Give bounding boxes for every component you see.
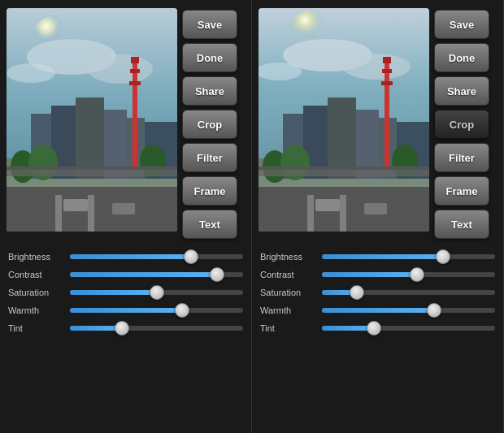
right-saturation-label: Saturation <box>260 288 315 297</box>
svg-rect-51 <box>364 203 387 214</box>
right-warmth-row: Warmth <box>260 305 495 315</box>
left-contrast-label: Contrast <box>8 270 63 279</box>
svg-point-3 <box>88 54 153 84</box>
svg-rect-23 <box>63 199 88 211</box>
left-buttons-col: Save Done Share Crop Filter Frame Text <box>182 8 237 239</box>
left-warmth-row: Warmth <box>8 305 243 315</box>
right-tint-row: Tint <box>260 323 495 333</box>
left-brightness-label: Brightness <box>8 252 63 262</box>
left-panel: Save Done Share Crop Filter Frame Text B… <box>0 0 252 433</box>
right-save-button[interactable]: Save <box>434 10 489 39</box>
svg-point-4 <box>7 63 55 83</box>
left-photo <box>7 8 177 232</box>
right-text-button[interactable]: Text <box>434 210 489 239</box>
right-brightness-row: Brightness <box>260 252 495 262</box>
svg-rect-53 <box>259 167 429 170</box>
svg-rect-20 <box>131 57 139 63</box>
right-contrast-row: Contrast <box>260 270 495 279</box>
right-tint-track[interactable] <box>322 326 495 331</box>
left-contrast-row: Contrast <box>8 270 243 279</box>
left-text-button[interactable]: Text <box>182 210 237 239</box>
left-crop-button[interactable]: Crop <box>182 110 237 139</box>
right-tint-label: Tint <box>260 323 315 333</box>
svg-rect-26 <box>7 167 177 170</box>
svg-rect-50 <box>315 199 340 211</box>
right-frame-button[interactable]: Frame <box>434 176 489 206</box>
right-panel: Save Done Share Crop Filter Frame Text B… <box>252 0 504 433</box>
right-brightness-label: Brightness <box>260 252 315 262</box>
right-saturation-row: Saturation <box>260 288 495 297</box>
svg-rect-19 <box>133 57 137 171</box>
left-top-section: Save Done Share Crop Filter Frame Text <box>0 8 251 244</box>
left-tint-label: Tint <box>8 323 63 333</box>
svg-point-30 <box>342 54 411 80</box>
svg-rect-36 <box>340 195 346 232</box>
left-saturation-label: Saturation <box>8 288 63 297</box>
right-share-button[interactable]: Share <box>434 76 489 106</box>
svg-rect-46 <box>385 57 389 171</box>
right-sliders: Brightness Contrast Saturation Warmth <box>252 244 503 333</box>
right-warmth-label: Warmth <box>260 305 315 315</box>
left-sliders: Brightness Contrast Saturation Warmth <box>0 244 251 333</box>
left-saturation-track[interactable] <box>70 290 243 295</box>
right-done-button[interactable]: Done <box>434 43 489 72</box>
right-crop-button[interactable]: Crop <box>434 110 489 139</box>
right-buttons-col: Save Done Share Crop Filter Frame Text <box>434 8 489 239</box>
svg-rect-48 <box>382 69 392 73</box>
right-warmth-track[interactable] <box>322 308 495 313</box>
left-tint-track[interactable] <box>70 326 243 331</box>
svg-rect-8 <box>55 195 62 232</box>
left-filter-button[interactable]: Filter <box>182 143 237 172</box>
svg-rect-35 <box>307 195 314 232</box>
svg-rect-47 <box>383 57 391 63</box>
right-top-section: Save Done Share Crop Filter Frame Text <box>252 8 503 244</box>
left-saturation-row: Saturation <box>8 288 243 297</box>
svg-rect-22 <box>129 81 141 85</box>
left-contrast-track[interactable] <box>70 272 243 277</box>
right-filter-button[interactable]: Filter <box>434 143 489 172</box>
right-saturation-track[interactable] <box>322 290 495 295</box>
svg-rect-21 <box>130 69 140 73</box>
left-frame-button[interactable]: Frame <box>182 176 237 206</box>
svg-rect-24 <box>112 203 135 214</box>
svg-rect-49 <box>381 81 393 85</box>
left-brightness-row: Brightness <box>8 252 243 262</box>
right-contrast-label: Contrast <box>260 270 315 279</box>
right-contrast-track[interactable] <box>322 272 495 277</box>
left-warmth-label: Warmth <box>8 305 63 315</box>
left-save-button[interactable]: Save <box>182 10 237 39</box>
left-done-button[interactable]: Done <box>182 43 237 72</box>
left-tint-row: Tint <box>8 323 243 333</box>
left-warmth-track[interactable] <box>70 308 243 313</box>
right-brightness-track[interactable] <box>322 254 495 259</box>
left-share-button[interactable]: Share <box>182 76 237 106</box>
right-photo <box>259 8 429 232</box>
svg-rect-9 <box>88 195 94 232</box>
left-brightness-track[interactable] <box>70 254 243 259</box>
